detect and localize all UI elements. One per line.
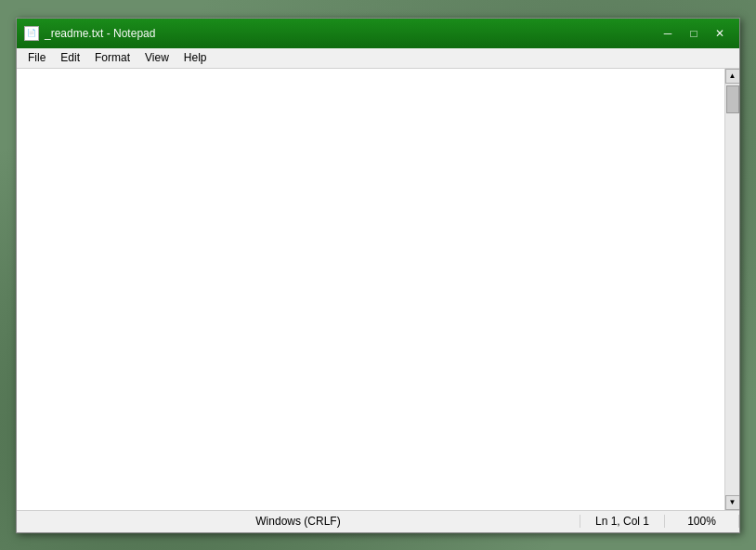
scrollbar[interactable]: ▲ ▼	[724, 69, 739, 510]
scroll-down-button[interactable]: ▼	[725, 495, 740, 510]
scrollbar-track[interactable]	[725, 84, 740, 495]
status-line-ending: Windows (CRLF)	[17, 515, 580, 528]
editor-area: ▲ ▼	[17, 69, 739, 510]
app-icon: 📄	[24, 26, 39, 41]
menu-file[interactable]: File	[20, 49, 53, 66]
minimize-button[interactable]: ─	[656, 24, 680, 43]
status-position: Ln 1, Col 1	[580, 515, 665, 528]
text-editor[interactable]	[17, 69, 724, 510]
scrollbar-thumb[interactable]	[726, 85, 739, 113]
menu-edit[interactable]: Edit	[53, 49, 87, 66]
title-bar: 📄 _readme.txt - Notepad ─ □ ✕	[17, 19, 739, 48]
scroll-up-button[interactable]: ▲	[725, 69, 740, 84]
status-zoom: 100%	[665, 515, 739, 528]
notepad-icon: 📄	[24, 26, 39, 41]
close-button[interactable]: ✕	[708, 24, 732, 43]
menu-bar: File Edit Format View Help	[17, 48, 739, 69]
window-controls: ─ □ ✕	[656, 24, 732, 43]
menu-view[interactable]: View	[137, 49, 176, 66]
menu-help[interactable]: Help	[176, 49, 215, 66]
maximize-button[interactable]: □	[682, 24, 706, 43]
menu-format[interactable]: Format	[87, 49, 137, 66]
window-title: _readme.txt - Notepad	[45, 27, 650, 40]
notepad-window: 📄 _readme.txt - Notepad ─ □ ✕ File Edit …	[16, 18, 740, 533]
status-bar: Windows (CRLF) Ln 1, Col 1 100%	[17, 510, 739, 532]
